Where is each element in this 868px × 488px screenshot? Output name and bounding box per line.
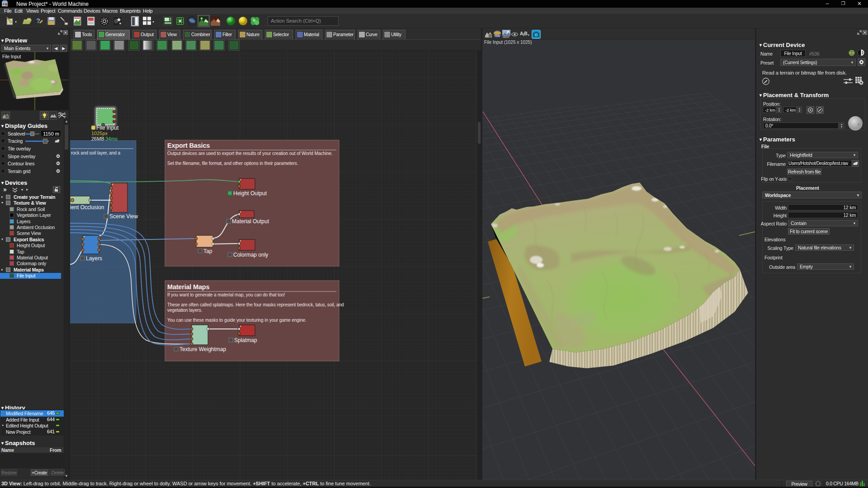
svg-text:1025px: 1025px — [91, 131, 108, 136]
svg-text:Scene View: Scene View — [109, 213, 138, 220]
svg-text:34ms: 34ms — [105, 136, 118, 141]
svg-text:Material Output: Material Output — [232, 218, 269, 225]
svg-text:Export Basics: Export Basics — [167, 142, 210, 149]
svg-text:If you want to generate a mate: If you want to generate a material map, … — [167, 292, 285, 297]
svg-text:Tap: Tap — [203, 248, 212, 254]
svg-text:File Input (1025 x 1025): File Input (1025 x 1025) — [484, 40, 532, 45]
svg-text:Height Output: Height Output — [233, 190, 267, 197]
svg-text:vegetation layers.: vegetation layers. — [167, 308, 202, 313]
svg-text:Only: Only — [495, 34, 500, 37]
svg-text:MESH: MESH — [503, 36, 509, 38]
svg-text:ient Occlusion: ient Occlusion — [70, 204, 104, 211]
svg-text:?: ? — [36, 17, 40, 24]
svg-text:rock and soil layer, and a: rock and soil layer, and a — [71, 150, 121, 155]
svg-text:You can use these masks to gui: You can use these masks to guide your te… — [167, 318, 307, 323]
svg-text:Set the filename, file format,: Set the filename, file format, and other… — [167, 161, 298, 166]
svg-text:Splatmap: Splatmap — [234, 337, 257, 343]
svg-text:Texture Weightmap: Texture Weightmap — [179, 346, 226, 352]
svg-text:File Input: File Input — [96, 125, 119, 131]
svg-text:26MB: 26MB — [91, 136, 104, 141]
svg-text:Material Maps: Material Maps — [167, 283, 209, 291]
svg-text:Output devices are used to exp: Output devices are used to export the re… — [167, 151, 333, 156]
svg-text:Colormap only: Colormap only — [233, 252, 268, 258]
svg-text:These are often called splatma: These are often called splatmaps. Here t… — [167, 302, 344, 307]
svg-text:Layers: Layers — [86, 255, 102, 262]
